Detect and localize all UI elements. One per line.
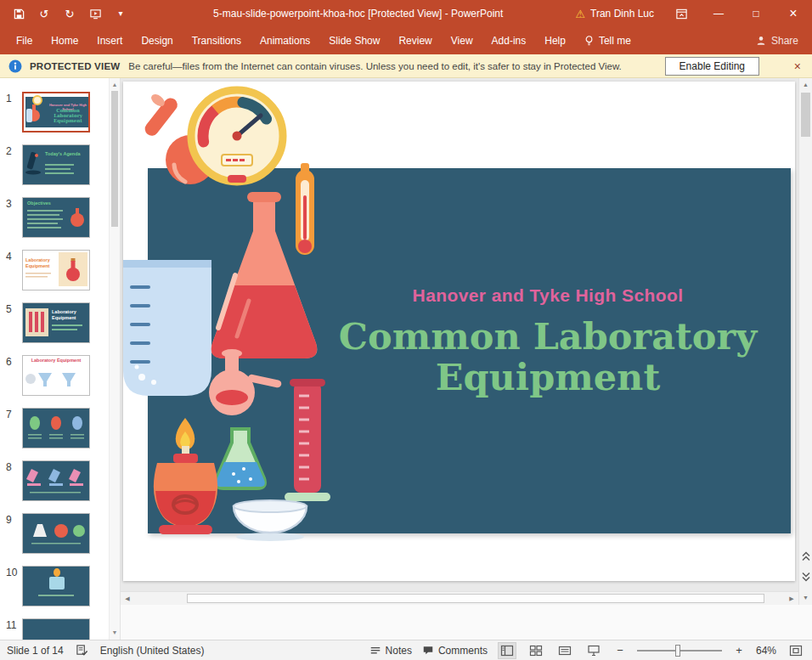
- next-slide-button[interactable]: [799, 567, 812, 586]
- protected-view-label: PROTECTED VIEW: [30, 61, 120, 71]
- slide-subtitle: Hanover and Tyke High School: [327, 285, 769, 306]
- slide-thumbnail-5[interactable]: Laboratory Equipment: [22, 302, 90, 343]
- save-icon: [13, 8, 25, 20]
- zoom-slider-thumb[interactable]: [675, 645, 680, 657]
- slide-number: 2: [6, 145, 12, 157]
- ribbon-tab-file[interactable]: File: [7, 27, 42, 54]
- slide-thumbnail-panel: 1 Hanover and Tyke High School Common La…: [0, 78, 121, 640]
- slide-number: 5: [6, 303, 12, 315]
- thumbnail-title: Laboratory Equipment: [25, 257, 57, 268]
- spell-check-button[interactable]: [76, 644, 88, 657]
- scroll-up-arrow[interactable]: ▲: [799, 78, 812, 92]
- scroll-left-arrow[interactable]: ◀: [121, 592, 134, 605]
- double-chevron-up-icon: [801, 550, 811, 562]
- thumbnail-art: [23, 514, 89, 551]
- ribbon-tab-transitions[interactable]: Transitions: [183, 27, 251, 54]
- thumbnail-row-8: 8: [0, 460, 109, 506]
- thumbnail-row-2: 2 Today's Agenda: [0, 144, 109, 190]
- slide-thumbnail-7[interactable]: [22, 408, 90, 448]
- slide-thumbnail-10[interactable]: [22, 566, 90, 606]
- slide-thumbnail-8[interactable]: [22, 460, 90, 501]
- undo-button[interactable]: ↺: [34, 3, 54, 24]
- slideshow-view-button[interactable]: [584, 642, 603, 659]
- normal-view-icon: [500, 645, 514, 657]
- comments-button[interactable]: Comments: [422, 645, 488, 657]
- zoom-level-button[interactable]: 64%: [756, 645, 776, 657]
- scrollbar-thumb[interactable]: [187, 594, 764, 603]
- status-bar: Slide 1 of 14 English (United States) No…: [0, 640, 812, 660]
- scroll-right-arrow[interactable]: ▶: [785, 592, 798, 605]
- slide-number: 3: [6, 198, 12, 210]
- zoom-out-button[interactable]: −: [613, 644, 627, 657]
- ribbon-tab-animations[interactable]: Animations: [251, 27, 319, 54]
- slide-thumbnail-6[interactable]: Laboratory Equipment: [22, 355, 90, 396]
- status-right: Notes Comments − + 64%: [369, 642, 812, 659]
- maximize-button[interactable]: □: [737, 0, 775, 27]
- slide-number: 11: [6, 619, 16, 631]
- minimize-button[interactable]: —: [700, 0, 737, 27]
- redo-button[interactable]: ↻: [59, 3, 80, 24]
- tell-me-button[interactable]: Tell me: [575, 27, 640, 54]
- minimize-icon: —: [713, 8, 724, 20]
- previous-slide-button[interactable]: [799, 547, 812, 566]
- ribbon-display-options-button[interactable]: [663, 0, 700, 27]
- slide-sorter-view-button[interactable]: [527, 642, 545, 659]
- ribbon-tab-review[interactable]: Review: [389, 27, 441, 54]
- thumbnail-row-1: 1 Hanover and Tyke High School Common La…: [0, 92, 109, 138]
- notes-button[interactable]: Notes: [369, 645, 412, 657]
- zoom-in-button[interactable]: +: [732, 644, 746, 657]
- ribbon-tab-home[interactable]: Home: [42, 27, 87, 54]
- scroll-down-arrow[interactable]: ▼: [799, 591, 812, 605]
- ribbon-tab-help[interactable]: Help: [535, 27, 575, 54]
- zoom-slider[interactable]: [637, 650, 722, 652]
- slide-title-line2: Equipment: [327, 357, 769, 398]
- thumbnail-row-5: 5 Laboratory Equipment: [0, 302, 109, 348]
- save-button[interactable]: [8, 3, 29, 24]
- close-button[interactable]: ×: [775, 0, 812, 27]
- slide-thumbnail-9[interactable]: [22, 513, 90, 554]
- distillation-flask-illustration: [209, 349, 282, 415]
- green-flask-illustration: [216, 429, 265, 488]
- user-name: Tran Dinh Luc: [590, 8, 654, 20]
- fit-slide-to-window-button[interactable]: [787, 642, 805, 659]
- scroll-up-arrow[interactable]: ▲: [110, 79, 120, 91]
- slide-thumbnail-4[interactable]: Laboratory Equipment: [22, 250, 90, 291]
- enable-editing-button[interactable]: Enable Editing: [665, 57, 759, 76]
- ribbon-tab-design[interactable]: Design: [132, 27, 182, 54]
- scrollbar-thumb[interactable]: [111, 91, 118, 227]
- account-button[interactable]: ⚠ Tran Dinh Luc: [567, 0, 663, 27]
- slide-canvas[interactable]: Hanover and Tyke High School Common Labo…: [123, 82, 795, 581]
- start-from-beginning-button[interactable]: [85, 3, 105, 24]
- window-title: 5-mau-slide-powerpoint-khoa-hoc [Protect…: [149, 8, 567, 20]
- ribbon-tab-slideshow[interactable]: Slide Show: [319, 27, 389, 54]
- slide-thumbnail-2[interactable]: Today's Agenda: [22, 144, 90, 185]
- info-icon: [8, 59, 22, 73]
- ribbon-tab-insert[interactable]: Insert: [87, 27, 132, 54]
- slide-thumbnail-11[interactable]: [22, 618, 90, 640]
- horizontal-scrollbar[interactable]: ◀ ▶: [121, 591, 798, 605]
- share-button[interactable]: Share: [755, 35, 812, 47]
- scrollbar-thumb[interactable]: [801, 93, 810, 137]
- thumbnail-title: Today's Agenda: [45, 151, 81, 156]
- thumbnail-scrollbar[interactable]: ▲ ▼: [109, 78, 120, 640]
- slide-number: 1: [6, 93, 12, 104]
- slide-text-block: Hanover and Tyke High School Common Labo…: [327, 285, 769, 398]
- ribbon-tab-view[interactable]: View: [442, 27, 482, 54]
- normal-view-button[interactable]: [498, 642, 516, 659]
- thumbnail-title: Laboratory Equipment: [23, 358, 89, 363]
- slideshow-icon: [587, 645, 601, 657]
- slide-number: 7: [6, 409, 12, 420]
- scroll-down-arrow[interactable]: ▼: [110, 627, 120, 639]
- language-button[interactable]: English (United States): [100, 645, 205, 657]
- reading-view-button[interactable]: [555, 642, 574, 659]
- customize-quick-access-button[interactable]: ▾: [110, 3, 131, 24]
- message-bar-close-button[interactable]: ×: [788, 54, 807, 78]
- slide-thumbnail-3[interactable]: Objectives: [22, 197, 90, 238]
- slide-number: 9: [6, 514, 12, 526]
- ribbon-tab-addins[interactable]: Add-ins: [482, 27, 536, 54]
- slide-thumbnail-1[interactable]: Hanover and Tyke High School Common Labo…: [22, 92, 90, 133]
- chevron-down-icon: ▾: [118, 9, 122, 18]
- protected-view-bar: PROTECTED VIEW Be careful—files from the…: [0, 54, 812, 78]
- ribbon-display-options-icon: [675, 8, 688, 20]
- vertical-scrollbar[interactable]: ▲ ▼: [798, 78, 812, 605]
